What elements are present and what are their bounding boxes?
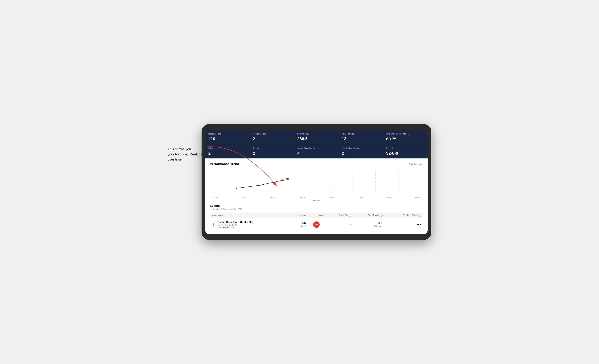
tablet-frame: National Rank #10 Regional Rank 2 Scorin… xyxy=(202,124,431,240)
chart-label-jan24: JAN 24 xyxy=(299,197,305,199)
stat-match-play-value: 2 xyxy=(342,151,380,156)
chart-svg: #10 xyxy=(210,169,423,195)
chart-label-nov23: NOV 23 xyxy=(241,197,247,199)
event-sg-cell: 0.45 xyxy=(325,218,353,231)
weighted-points-cell: 28.3 xyxy=(384,218,423,231)
chart-months-label: Months xyxy=(210,200,423,202)
th-event-sg: Event SG i xyxy=(325,213,353,218)
rank-impact-value: 3 ▼ xyxy=(230,226,234,229)
stat-regional-rank: Regional Rank 2 xyxy=(250,130,294,144)
stat-total-rounds-value: 12 xyxy=(342,136,380,141)
tablet-screen: National Rank #10 Regional Rank 2 Scorin… xyxy=(205,130,428,234)
events-table: Event Name Position Score Event SG i Tot… xyxy=(210,213,423,231)
stat-wins-label: Wins xyxy=(208,147,247,150)
score-badge: -22 xyxy=(313,221,320,228)
th-event-name: Event Name xyxy=(210,213,288,218)
events-table-header-row: Event Name Position Score Event SG i Tot… xyxy=(210,213,423,218)
th-score: Score xyxy=(308,213,325,218)
event-date: Oct 9 – Oct 10, 2023 xyxy=(218,224,254,226)
annotation-text: This shows you your National Rank trend … xyxy=(168,147,209,162)
chart-label-mar24: MAR 24 xyxy=(357,197,363,199)
stat-avg-weighted-label: Avg. Weighted Points i xyxy=(386,133,424,135)
stat-record-label: Record xyxy=(386,147,424,150)
stat-scoring-avg-label: Scoring Avg. xyxy=(297,133,336,135)
stat-total-rounds-label: Total Rounds xyxy=(342,133,380,135)
position-content: 6th out of 7 xyxy=(290,222,306,227)
chart-container: #10 OCT 23 NOV 23 DEC 23 JAN 24 FEB 24 M… xyxy=(210,169,423,199)
total-points-cell: 28.3 3 Rounds xyxy=(353,218,384,231)
chart-label-oct23: OCT 23 xyxy=(212,197,218,199)
performance-subtitle: National Rank xyxy=(409,163,423,165)
rank-impact: Rank Impact: 3 ▼ xyxy=(218,226,254,229)
stat-avg-weighted-value: 68.75 xyxy=(386,137,424,142)
svg-point-14 xyxy=(259,185,260,186)
events-last-updated: Last updated: 24th November 2023 xyxy=(210,208,423,210)
rank-impact-label: Rank Impact: xyxy=(218,226,230,229)
stat-scoring-avg-value: 286.5 xyxy=(297,136,336,141)
stat-record: Record 32-8-0 xyxy=(383,144,428,158)
stat-regional-rank-value: 2 xyxy=(253,136,291,141)
stat-wins-value: 2 xyxy=(208,151,247,156)
events-table-body: 🏌️ Buster Cozy Cup – Stroke Play Oct 9 –… xyxy=(210,218,423,231)
weighted-points-info-icon: i xyxy=(419,214,421,217)
stat-national-rank: National Rank #10 xyxy=(205,130,250,144)
page-wrapper: This shows you your National Rank trend … xyxy=(168,124,431,240)
performance-header: Performance Trend National Rank xyxy=(210,162,423,166)
stat-regional-rank-label: Regional Rank xyxy=(253,133,291,135)
position-main: 6th xyxy=(290,222,306,225)
stat-top3s-value: 2 xyxy=(253,151,291,156)
chart-label-dec23: DEC 23 xyxy=(270,197,276,199)
annotation-line2: your xyxy=(168,152,175,156)
performance-section: Performance Trend National Rank xyxy=(205,159,428,201)
weighted-points-value: 28.3 xyxy=(417,223,421,226)
th-total-points: Total Points i xyxy=(353,213,384,218)
stat-scoring-avg: Scoring Avg. 286.5 xyxy=(294,130,339,144)
stat-national-rank-label: National Rank xyxy=(208,133,247,135)
stats-header-row2: Wins 2 Top 3s 2 Stroke Play Events 4 Mat… xyxy=(205,144,428,158)
stat-avg-weighted: Avg. Weighted Points i 68.75 xyxy=(383,130,428,144)
stat-stroke-play-value: 4 xyxy=(297,151,336,156)
event-name: Buster Cozy Cup – Stroke Play xyxy=(218,221,254,223)
svg-point-16 xyxy=(282,179,284,181)
events-section: Events Last updated: 24th November 2023 … xyxy=(205,201,428,234)
table-row: 🏌️ Buster Cozy Cup – Stroke Play Oct 9 –… xyxy=(210,218,423,231)
event-name-cell: 🏌️ Buster Cozy Cup – Stroke Play Oct 9 –… xyxy=(210,218,288,231)
stat-stroke-play-label: Stroke Play Events xyxy=(297,147,336,150)
avg-weighted-info-icon: i xyxy=(407,133,410,135)
chart-label-may24: MAY 24 xyxy=(415,197,421,199)
events-title: Events xyxy=(210,204,423,208)
stat-stroke-play: Stroke Play Events 4 xyxy=(294,144,339,158)
total-rounds: 3 Rounds xyxy=(355,225,383,227)
svg-text:#10: #10 xyxy=(286,178,289,180)
stat-match-play: Match Play Events 2 xyxy=(339,144,383,158)
total-points-info-icon: i xyxy=(380,214,383,217)
stat-record-value: 32-8-0 xyxy=(386,151,424,156)
svg-point-13 xyxy=(236,188,237,189)
annotation-bold: National Rank xyxy=(175,152,198,156)
th-weighted-points: Weighted Points i xyxy=(384,213,423,218)
stat-top3s: Top 3s 2 xyxy=(250,144,294,158)
position-sub: out of 7 xyxy=(290,225,306,227)
total-points-value: 28.3 xyxy=(355,222,383,225)
event-sg-info-icon: i xyxy=(349,214,351,217)
score-cell: -22 xyxy=(308,218,325,231)
stat-top3s-label: Top 3s xyxy=(253,147,291,150)
position-cell: 6th out of 7 xyxy=(288,218,308,231)
stat-total-rounds: Total Rounds 12 xyxy=(339,130,383,144)
performance-title: Performance Trend xyxy=(210,162,239,166)
chart-x-labels: OCT 23 NOV 23 DEC 23 JAN 24 FEB 24 MAR 2… xyxy=(210,196,423,199)
stat-wins: Wins 2 xyxy=(205,144,250,158)
total-points-content: 28.3 3 Rounds xyxy=(355,222,383,227)
chart-label-feb24: FEB 24 xyxy=(328,197,334,199)
stat-national-rank-value: #10 xyxy=(208,136,247,141)
th-position: Position xyxy=(288,213,308,218)
event-name-info: Buster Cozy Cup – Stroke Play Oct 9 – Oc… xyxy=(218,221,254,229)
event-icon: 🏌️ xyxy=(212,222,216,227)
stats-header-row1: National Rank #10 Regional Rank 2 Scorin… xyxy=(205,130,428,144)
stat-match-play-label: Match Play Events xyxy=(342,147,380,150)
event-name-content: 🏌️ Buster Cozy Cup – Stroke Play Oct 9 –… xyxy=(212,221,287,229)
events-table-header: Event Name Position Score Event SG i Tot… xyxy=(210,213,423,218)
annotation-line1: This shows you xyxy=(168,147,191,151)
chart-label-apr24: APR 24 xyxy=(386,197,392,199)
